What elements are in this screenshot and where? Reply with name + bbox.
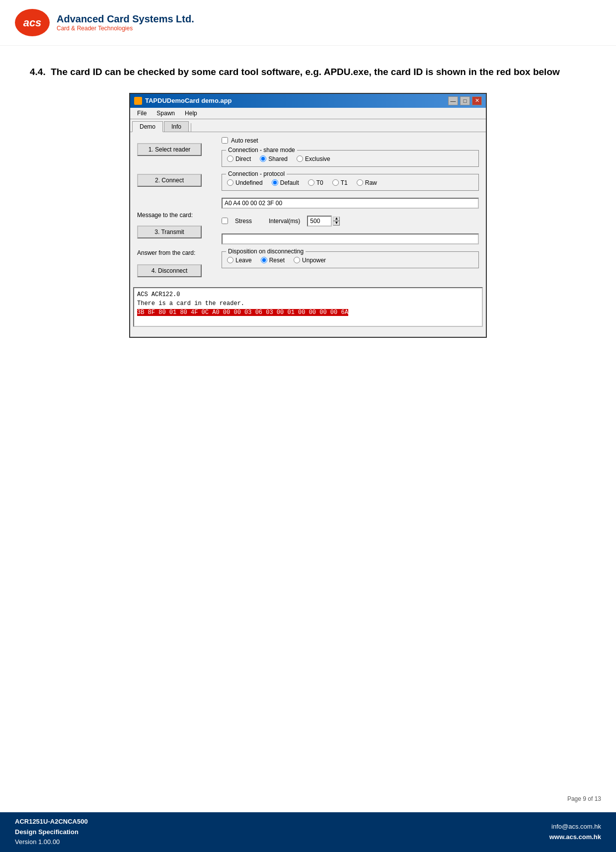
company-subtitle: Card & Reader Technologies <box>57 25 194 32</box>
close-button[interactable]: ✕ <box>472 96 482 105</box>
company-name-block: Advanced Card Systems Ltd. Card & Reader… <box>57 13 194 32</box>
app-icon <box>134 97 142 105</box>
status-line-2: There is a card in the reader. <box>137 299 479 308</box>
tab-bar: Demo Info <box>130 119 486 132</box>
disconnect-button[interactable]: 4. Disconnect <box>137 264 202 277</box>
connection-share-mode-fieldset: Connection - share mode Direct Shared <box>222 150 479 167</box>
tab-divider <box>191 123 191 132</box>
disposition-legend: Disposition on disconnecting <box>226 248 306 255</box>
footer-email: info@acs.com.hk <box>549 822 601 832</box>
footer-left: ACR1251U-A2CNCA500 Design Specification … <box>15 817 88 848</box>
page-footer: ACR1251U-A2CNCA500 Design Specification … <box>0 812 616 852</box>
menu-file[interactable]: File <box>132 109 152 118</box>
radio-raw[interactable] <box>357 179 363 186</box>
protocol-default: Default <box>272 179 299 186</box>
disposition-fieldset: Disposition on disconnecting Leave Reset <box>222 251 479 268</box>
spinner-controls: ▲ ▼ <box>333 217 340 226</box>
auto-reset-label: Auto reset <box>231 137 258 144</box>
protocol-raw: Raw <box>357 179 377 186</box>
share-mode-radio-row: Direct Shared Exclusive <box>227 155 473 162</box>
transmit-section: 3. Transmit <box>137 226 217 238</box>
interval-spinner: ▲ ▼ <box>307 216 340 227</box>
stress-label: Stress <box>235 218 252 225</box>
auto-reset-checkbox[interactable] <box>222 137 228 144</box>
protocol-t0: T0 <box>308 179 323 186</box>
footer-website: www.acs.com.hk <box>549 832 601 843</box>
transmit-button[interactable]: 3. Transmit <box>137 226 202 238</box>
footer-version: Version 1.00.00 <box>15 837 88 848</box>
maximize-button[interactable]: □ <box>460 96 470 105</box>
window-body: 1. Select reader 2. Connect Message to t… <box>130 132 486 284</box>
footer-product-name: ACR1251U-A2CNCA500 <box>15 817 88 827</box>
answer-input[interactable] <box>222 233 479 244</box>
connect-section: 2. Connect <box>137 174 217 187</box>
message-label-row: Message to the card: <box>137 212 217 219</box>
window-controls[interactable]: — □ ✕ <box>448 96 482 105</box>
stress-row: Stress Interval(ms) ▲ ▼ <box>222 216 479 227</box>
radio-direct[interactable] <box>227 155 233 162</box>
radio-t0[interactable] <box>308 179 314 186</box>
footer-doc-type: Design Specification <box>15 827 88 838</box>
select-reader-section: 1. Select reader <box>137 143 217 156</box>
answer-input-row <box>222 233 479 244</box>
radio-unpower[interactable] <box>294 257 300 263</box>
answer-label-row: Answer from the card: <box>137 249 217 256</box>
share-mode-shared: Shared <box>260 155 288 162</box>
app-window: TAPDUDemoCard demo.app — □ ✕ File Spawn … <box>129 93 487 338</box>
status-line-3: 3B 8F 80 01 80 4F 0C A0 00 00 03 06 03 0… <box>137 308 479 317</box>
connect-button[interactable]: 2. Connect <box>137 174 202 187</box>
company-name: Advanced Card Systems Ltd. <box>57 13 194 25</box>
radio-t1[interactable] <box>332 179 339 186</box>
menu-spawn[interactable]: Spawn <box>152 109 180 118</box>
protocol-legend: Connection - protocol <box>226 170 287 177</box>
main-content: 4.4. The card ID can be checked by some … <box>0 46 616 358</box>
status-area: ACS ACR122.0 There is a card in the read… <box>133 287 483 327</box>
window-title: TAPDUDemoCard demo.app <box>134 97 232 105</box>
window-bottom-space <box>130 327 486 337</box>
share-mode-exclusive: Exclusive <box>297 155 330 162</box>
menu-help[interactable]: Help <box>180 109 202 118</box>
interval-label: Interval(ms) <box>269 218 300 225</box>
auto-reset-row: Auto reset <box>222 137 479 144</box>
share-mode-legend: Connection - share mode <box>226 147 297 154</box>
disconnect-section: 4. Disconnect <box>137 264 217 277</box>
spin-down[interactable]: ▼ <box>333 221 340 226</box>
disposition-leave: Leave <box>227 257 252 264</box>
share-mode-direct: Direct <box>227 155 251 162</box>
company-logo: acs <box>15 9 50 36</box>
disposition-reset: Reset <box>261 257 285 264</box>
window-titlebar: TAPDUDemoCard demo.app — □ ✕ <box>130 94 486 108</box>
status-line-1: ACS ACR122.0 <box>137 290 479 299</box>
tab-demo[interactable]: Demo <box>132 121 163 132</box>
protocol-radio-row: Undefined Default T0 T1 <box>227 179 473 186</box>
left-panel: 1. Select reader 2. Connect Message to t… <box>137 137 217 277</box>
footer-right: info@acs.com.hk www.acs.com.hk <box>549 822 601 843</box>
minimize-button[interactable]: — <box>448 96 458 105</box>
page-number: Page 9 of 13 <box>567 795 601 802</box>
interval-input[interactable] <box>307 216 332 227</box>
answer-from-card-label: Answer from the card: <box>137 249 195 256</box>
radio-default[interactable] <box>272 179 278 186</box>
page-header: acs Advanced Card Systems Ltd. Card & Re… <box>0 0 616 46</box>
connection-protocol-fieldset: Connection - protocol Undefined Default <box>222 174 479 191</box>
message-input[interactable] <box>222 198 479 209</box>
right-panel: Auto reset Connection - share mode Direc… <box>222 137 479 277</box>
logo-container: acs Advanced Card Systems Ltd. Card & Re… <box>15 9 194 36</box>
menu-bar: File Spawn Help <box>130 108 486 119</box>
radio-exclusive[interactable] <box>297 155 303 162</box>
radio-shared[interactable] <box>260 155 266 162</box>
protocol-undefined: Undefined <box>227 179 263 186</box>
stress-checkbox[interactable] <box>222 218 228 224</box>
radio-reset[interactable] <box>261 257 267 263</box>
section-heading: 4.4. The card ID can be checked by some … <box>30 66 586 79</box>
message-input-row <box>222 198 479 209</box>
tab-info[interactable]: Info <box>164 121 189 132</box>
disposition-radio-row: Leave Reset Unpower <box>227 257 473 264</box>
protocol-t1: T1 <box>332 179 348 186</box>
radio-undefined[interactable] <box>227 179 233 186</box>
message-to-card-label: Message to the card: <box>137 212 193 219</box>
radio-leave[interactable] <box>227 257 233 263</box>
select-reader-button[interactable]: 1. Select reader <box>137 143 202 156</box>
disposition-unpower: Unpower <box>294 257 326 264</box>
status-card-id: 3B 8F 80 01 80 4F 0C A0 00 00 03 06 03 0… <box>137 309 348 316</box>
